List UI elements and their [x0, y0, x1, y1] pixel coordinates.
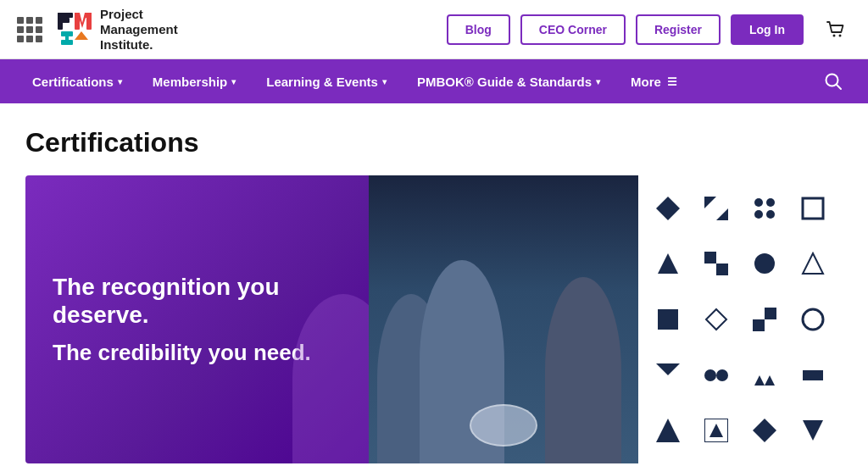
hero-tagline-1: The recognition you deserve. — [53, 273, 342, 330]
geo-shape — [704, 197, 728, 220]
svg-point-18 — [766, 198, 775, 207]
nav-pmbok-chevron: ▾ — [596, 77, 600, 86]
svg-point-25 — [754, 253, 775, 274]
nav-learning-chevron: ▾ — [382, 77, 387, 86]
nav-learning-events-label: Learning & Events — [266, 75, 378, 89]
nav-pmbok[interactable]: PMBOK® Guide & Standards ▾ — [402, 59, 615, 103]
geo-shape — [656, 252, 680, 275]
geo-shape — [801, 419, 825, 442]
svg-point-20 — [766, 210, 775, 219]
main-content: Certifications The recognition you deser… — [0, 103, 868, 463]
pmi-logo[interactable]: Project Management Institute. — [56, 7, 178, 53]
geo-cell — [645, 349, 690, 402]
geo-cell — [645, 404, 690, 457]
hero-geometric-panel — [638, 175, 843, 463]
svg-marker-41 — [753, 419, 776, 442]
logo-line3: Institute. — [100, 37, 178, 53]
ceo-corner-button[interactable]: CEO Corner — [520, 14, 626, 45]
svg-marker-15 — [704, 197, 716, 208]
hero-banner: The recognition you deserve. The credibi… — [25, 175, 843, 463]
geo-cell — [742, 404, 787, 457]
geo-cell — [742, 182, 787, 235]
geo-shape — [753, 308, 776, 331]
geo-cell — [693, 404, 738, 457]
register-button[interactable]: Register — [636, 14, 721, 45]
geo-shape — [704, 252, 728, 275]
svg-point-17 — [754, 198, 763, 207]
geo-shape — [753, 252, 776, 275]
svg-marker-14 — [656, 197, 680, 220]
svg-marker-28 — [706, 309, 726, 330]
header-left: Project Management Institute. — [17, 7, 178, 53]
nav-certifications[interactable]: Certifications ▾ — [17, 59, 137, 103]
grid-menu-icon[interactable] — [17, 17, 42, 42]
svg-rect-21 — [803, 198, 823, 219]
geo-shape — [801, 252, 825, 275]
geo-cell — [791, 404, 836, 457]
cart-button[interactable] — [821, 14, 851, 45]
geo-shape — [704, 363, 728, 387]
blog-button[interactable]: Blog — [447, 14, 510, 45]
geo-shape — [753, 197, 776, 220]
geo-shape — [656, 197, 680, 220]
geo-shape — [704, 308, 728, 331]
geo-cell — [791, 349, 836, 402]
nav-learning-events[interactable]: Learning & Events ▾ — [251, 59, 402, 103]
geo-cell — [693, 182, 738, 235]
svg-marker-16 — [716, 208, 728, 220]
svg-point-34 — [716, 369, 728, 381]
geo-cell — [645, 182, 690, 235]
svg-rect-23 — [704, 252, 716, 264]
geo-cell — [645, 293, 690, 346]
search-icon — [824, 72, 843, 91]
geo-shape — [801, 308, 825, 331]
login-button[interactable]: Log In — [731, 14, 804, 45]
geo-cell — [742, 293, 787, 346]
geo-cell — [693, 349, 738, 402]
geo-cell — [693, 238, 738, 291]
svg-point-11 — [839, 34, 842, 36]
svg-rect-8 — [61, 40, 73, 45]
geo-shape — [753, 363, 776, 387]
header-center: Blog CEO Corner Register Log In — [447, 14, 851, 45]
logo-line1: Project — [100, 7, 178, 22]
svg-rect-2 — [58, 18, 70, 23]
top-header: Project Management Institute. Blog CEO C… — [0, 0, 868, 59]
geo-cell — [742, 349, 787, 402]
svg-rect-37 — [803, 370, 823, 380]
pmi-logo-icon — [56, 11, 93, 48]
geo-cell — [693, 293, 738, 346]
hero-left-panel: The recognition you deserve. The credibi… — [25, 175, 369, 463]
svg-marker-40 — [709, 424, 723, 437]
svg-marker-32 — [656, 363, 680, 375]
geo-cell — [791, 238, 836, 291]
nav-membership[interactable]: Membership ▾ — [137, 59, 251, 103]
hero-photo-panel — [369, 175, 638, 463]
svg-marker-26 — [803, 253, 823, 274]
geo-shape — [801, 197, 825, 220]
svg-marker-38 — [656, 419, 680, 442]
svg-rect-29 — [753, 319, 765, 331]
nav-search-button[interactable] — [815, 59, 851, 103]
nav-more[interactable]: More ☰ — [615, 59, 693, 103]
person-silhouette-3 — [545, 277, 621, 463]
geo-cell — [645, 238, 690, 291]
nav-more-label: More — [631, 75, 661, 89]
geo-shape — [656, 419, 680, 442]
svg-marker-22 — [658, 253, 678, 274]
svg-rect-27 — [658, 309, 678, 330]
logo-line2: Management — [100, 22, 178, 37]
geo-shape — [656, 363, 680, 387]
svg-marker-9 — [75, 31, 88, 40]
nav-bar: Certifications ▾ Membership ▾ Learning &… — [0, 59, 868, 103]
geo-shape — [753, 419, 776, 442]
nav-certifications-label: Certifications — [32, 75, 114, 89]
svg-marker-42 — [803, 420, 823, 441]
page-title: Certifications — [25, 127, 843, 158]
svg-line-13 — [837, 85, 841, 89]
svg-point-10 — [833, 34, 836, 36]
svg-point-19 — [754, 210, 763, 219]
nav-more-icon: ☰ — [667, 75, 677, 88]
geo-shape — [704, 419, 728, 442]
geo-shape — [801, 363, 825, 387]
